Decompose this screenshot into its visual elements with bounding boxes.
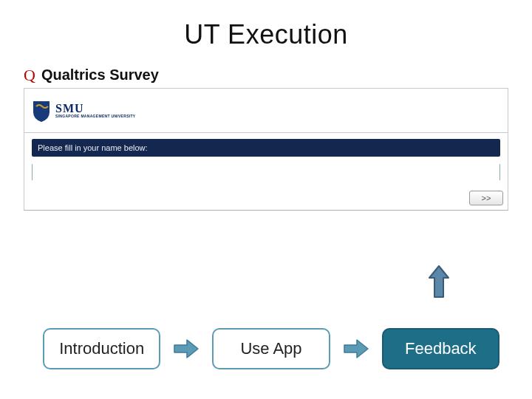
arrow-right-icon xyxy=(174,338,199,359)
survey-footer: >> xyxy=(24,188,508,210)
stage-label: Use App xyxy=(240,339,301,358)
survey-prompt: Please fill in your name below: xyxy=(32,139,500,157)
stage-label: Introduction xyxy=(59,339,144,358)
stage-feedback: Feedback xyxy=(382,328,499,369)
qualtrics-q-icon: Q xyxy=(24,67,35,83)
survey-body: Please fill in your name below: xyxy=(24,133,508,188)
slide-title: UT Execution xyxy=(24,19,508,50)
smu-crest-icon xyxy=(32,99,51,123)
smu-logo-sub: SINGAPORE MANAGEMENT UNIVERSITY xyxy=(55,115,135,118)
stage-use-app: Use App xyxy=(212,328,330,369)
name-input[interactable] xyxy=(32,164,500,180)
qualtrics-label: Qualtrics Survey xyxy=(41,66,159,83)
stage-label: Feedback xyxy=(405,339,477,358)
slide: UT Execution Q Qualtrics Survey SMU SING… xyxy=(0,0,532,399)
arrow-up-icon xyxy=(428,265,450,299)
smu-logo-brand: SMU xyxy=(55,103,135,115)
survey-header: SMU SINGAPORE MANAGEMENT UNIVERSITY xyxy=(24,89,508,133)
flow-row: Introduction Use App Feedback xyxy=(43,328,499,369)
next-button[interactable]: >> xyxy=(469,191,503,205)
survey-frame: SMU SINGAPORE MANAGEMENT UNIVERSITY Plea… xyxy=(24,88,508,211)
qualtrics-heading: Q Qualtrics Survey xyxy=(24,66,508,83)
smu-logo-text: SMU SINGAPORE MANAGEMENT UNIVERSITY xyxy=(55,103,135,118)
stage-introduction: Introduction xyxy=(43,328,160,369)
smu-logo: SMU SINGAPORE MANAGEMENT UNIVERSITY xyxy=(32,99,135,123)
arrow-right-icon xyxy=(344,338,369,359)
